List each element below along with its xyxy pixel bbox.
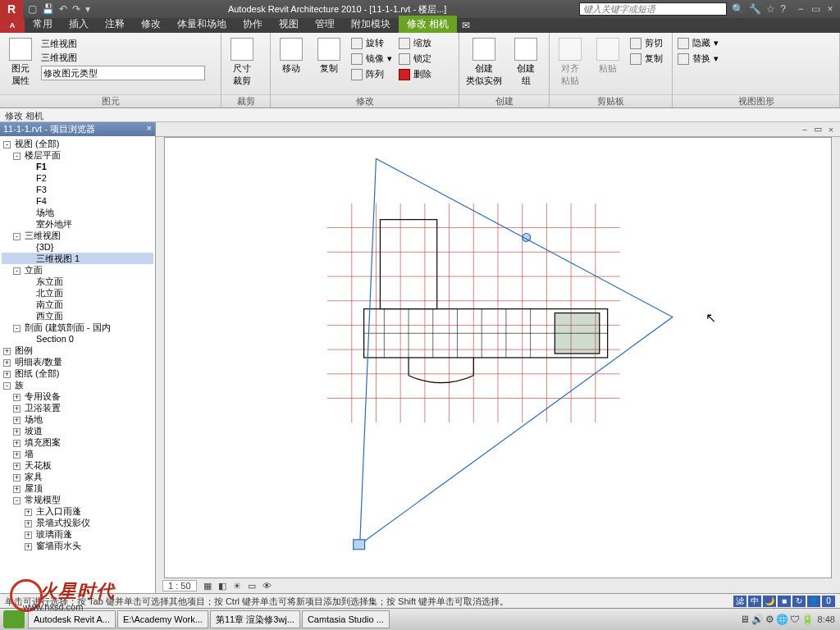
lock-button[interactable]: 锁定 [397, 52, 433, 66]
view-close-icon[interactable]: × [825, 125, 837, 135]
status-indicator[interactable]: 👤 [807, 596, 820, 607]
app-icon[interactable]: R [0, 0, 23, 18]
taskbar-item[interactable]: Camtasia Studio ... [302, 610, 390, 628]
tree-node[interactable]: - 楼层平面 [2, 149, 153, 161]
sun-icon[interactable]: ☀ [233, 581, 241, 591]
tree-node[interactable]: + 景墙式投影仪 [2, 517, 153, 528]
search-input[interactable] [579, 2, 727, 16]
browser-tree[interactable]: - 视图 (全部)- 楼层平面 F1 F2 F3 F4 场地 室外地坪- 三维视… [0, 136, 155, 593]
replace-button[interactable]: 替换▾ [676, 52, 720, 66]
tab-home[interactable]: 常用 [25, 16, 61, 33]
tree-node[interactable]: {3D} [2, 241, 153, 253]
array-button[interactable]: 阵列 [349, 67, 394, 81]
binoculars-icon[interactable]: 🔍 [732, 3, 744, 15]
tree-node[interactable]: - 视图 (全部) [2, 138, 153, 149]
tree-node[interactable]: - 常规模型 [2, 494, 153, 505]
tree-node[interactable]: + 屋顶 [2, 482, 153, 494]
qat-open-icon[interactable]: ▢ [28, 3, 37, 15]
tree-node[interactable]: + 窗墙雨水头 [2, 540, 153, 551]
tab-annotate[interactable]: 注释 [97, 16, 133, 33]
status-indicator[interactable]: 中 [748, 596, 761, 607]
element-properties-button[interactable]: 图元 属性 [3, 36, 38, 89]
tree-node[interactable]: + 专用设备 [2, 390, 153, 402]
rotate-button[interactable]: 旋转 [349, 36, 394, 50]
tree-node[interactable]: F2 [2, 172, 153, 184]
qat-redo-icon[interactable]: ↷ [72, 3, 80, 15]
scale-selector[interactable]: 1 : 50 [162, 580, 197, 591]
tree-node[interactable]: + 主入口雨蓬 [2, 505, 153, 517]
copy-clip-button[interactable]: 复制 [628, 52, 664, 66]
tree-node[interactable]: + 墙 [2, 448, 153, 459]
crop-icon[interactable]: ▭ [248, 581, 256, 591]
tray-icons[interactable]: 🖥🔊⚙🌐🛡🔋 [739, 614, 815, 625]
tree-node[interactable]: - 三维视图 [2, 230, 153, 241]
type-selector-input[interactable] [41, 66, 205, 80]
taskbar-item[interactable]: Autodesk Revit A... [28, 610, 116, 628]
tree-node[interactable]: Section 0 [2, 333, 153, 345]
star-icon[interactable]: ☆ [766, 3, 775, 15]
tree-node[interactable]: 北立面 [2, 287, 153, 299]
qat-undo-icon[interactable]: ↶ [59, 3, 67, 15]
tree-node[interactable]: - 剖面 (建筑剖面 - 国内 [2, 322, 153, 333]
tab-insert[interactable]: 插入 [61, 16, 97, 33]
minimize-icon[interactable]: − [794, 3, 807, 15]
delete-button[interactable]: 删除 [397, 67, 433, 81]
tree-node[interactable]: 南立面 [2, 299, 153, 310]
mirror-button[interactable]: 镜像▾ [349, 52, 394, 66]
paste-button[interactable]: 粘贴 [591, 36, 625, 76]
align-paste-button[interactable]: 对齐 粘贴 [553, 36, 587, 89]
status-indicator[interactable]: 0 [822, 596, 835, 607]
taskbar-item[interactable]: 第11章 渲染修3wj... [210, 610, 300, 628]
scale-button[interactable]: 缩放 [397, 36, 433, 50]
status-indicator[interactable]: 🌙 [763, 596, 776, 607]
qat-drop-icon[interactable]: ▾ [85, 3, 90, 15]
tab-addins[interactable]: 附加模块 [343, 16, 399, 33]
qat-save-icon[interactable]: 💾 [42, 3, 54, 15]
tree-node[interactable]: + 天花板 [2, 459, 153, 471]
tree-node[interactable]: + 填充图案 [2, 436, 153, 448]
view-max-icon[interactable]: ▭ [812, 124, 824, 135]
clock[interactable]: 8:48 [818, 614, 835, 624]
tree-node[interactable]: - 立面 [2, 264, 153, 276]
tree-node[interactable]: 室外地坪 [2, 218, 153, 230]
tree-node[interactable]: 西立面 [2, 310, 153, 322]
app-menu-button[interactable]: A [0, 18, 25, 33]
start-button[interactable] [3, 610, 25, 628]
tab-manage[interactable]: 管理 [307, 16, 343, 33]
tab-massing[interactable]: 体量和场地 [169, 16, 235, 33]
size-crop-button[interactable]: 尺寸 裁剪 [225, 36, 259, 89]
wrench-icon[interactable]: 🔧 [749, 3, 761, 15]
hide-button[interactable]: 隐藏▾ [676, 36, 720, 50]
tree-node[interactable]: + 图纸 (全部) [2, 368, 153, 379]
browser-close-icon[interactable]: × [147, 123, 152, 135]
status-indicator[interactable]: ↻ [792, 596, 806, 607]
copy-button[interactable]: 复制 [312, 36, 346, 76]
tab-collab[interactable]: 协作 [235, 16, 271, 33]
tree-node[interactable]: 场地 [2, 207, 153, 218]
tab-modify[interactable]: 修改 [133, 16, 169, 33]
status-indicator[interactable]: ■ [778, 596, 791, 607]
tree-node[interactable]: + 坡道 [2, 425, 153, 436]
tree-node[interactable]: F1 [2, 161, 153, 172]
browser-header[interactable]: 11-1-1.rvt - 项目浏览器 × [0, 122, 155, 136]
tree-node[interactable]: 东立面 [2, 276, 153, 287]
tree-node[interactable]: + 明细表/数量 [2, 356, 153, 368]
visual-icon[interactable]: ◧ [218, 581, 226, 591]
tree-node[interactable]: - 族 [2, 379, 153, 390]
tree-node[interactable]: + 图例 [2, 345, 153, 356]
view-min-icon[interactable]: − [799, 125, 810, 135]
create-group-button[interactable]: 创建 组 [509, 36, 543, 89]
tree-node[interactable]: F3 [2, 184, 153, 195]
maximize-icon[interactable]: ▭ [809, 3, 822, 15]
reveal-icon[interactable]: 👁 [262, 581, 272, 591]
drawing-canvas[interactable]: ↖ [164, 137, 832, 578]
tab-mail-icon[interactable]: ✉ [457, 18, 475, 33]
cut-button[interactable]: 剪切 [628, 36, 664, 50]
create-similar-button[interactable]: 创建 类似实例 [463, 36, 505, 89]
tree-node[interactable]: + 卫浴装置 [2, 402, 153, 413]
detail-icon[interactable]: ▦ [203, 581, 212, 591]
tab-modify-camera[interactable]: 修改 相机 [399, 16, 457, 33]
tree-node[interactable]: 三维视图 1 [2, 253, 153, 264]
tree-node[interactable]: + 场地 [2, 413, 153, 425]
tree-node[interactable]: + 玻璃雨蓬 [2, 528, 153, 540]
